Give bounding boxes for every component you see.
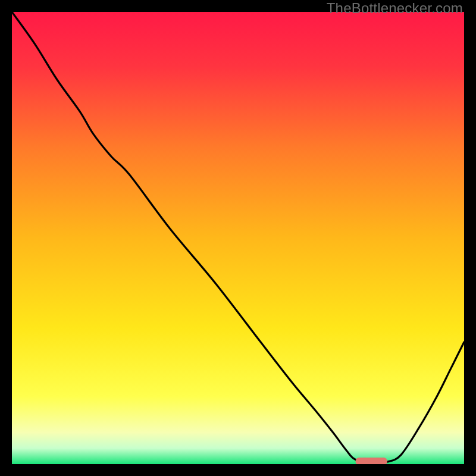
chart-frame (12, 12, 464, 464)
bottleneck-chart (12, 12, 464, 464)
watermark-text: TheBottlenecker.com (327, 0, 463, 17)
optimal-zone-marker (356, 458, 387, 464)
gradient-background (12, 12, 464, 464)
